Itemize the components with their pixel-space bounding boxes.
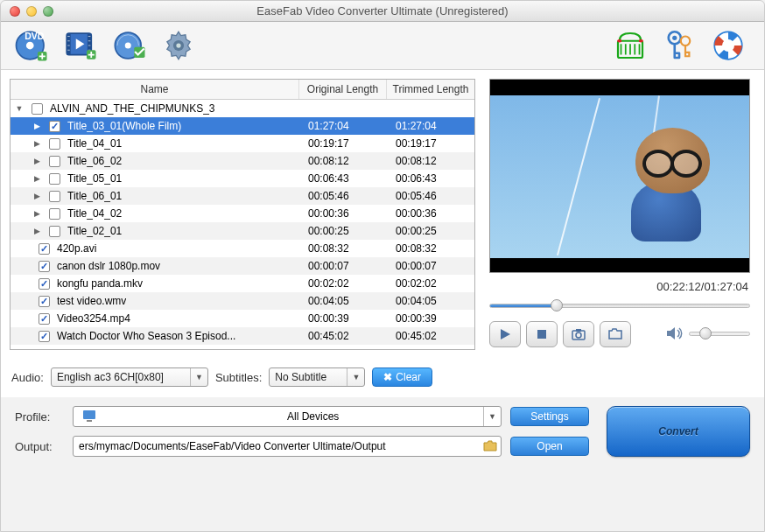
browse-folder-button[interactable] <box>480 440 501 452</box>
table-row[interactable]: ▶Title_03_01(Whole Film)01:27:0401:27:04 <box>11 117 474 135</box>
volume-slider[interactable] <box>689 328 750 340</box>
row-name: Watch Doctor Who Season 3 Episod... <box>57 330 235 342</box>
disclosure-triangle-icon[interactable]: ▶ <box>32 121 42 131</box>
open-output-button[interactable]: Open <box>510 437 589 456</box>
table-row[interactable]: ▶Title_05_0100:06:4300:06:43 <box>11 170 474 187</box>
table-row[interactable]: canon dslr 1080p.mov00:00:0700:00:07 <box>11 257 474 275</box>
row-trimmed-length: 00:45:02 <box>387 330 474 342</box>
row-name: Title_03_01(Whole Film) <box>67 120 181 132</box>
help-button[interactable] <box>706 24 750 67</box>
svg-rect-28 <box>83 410 95 419</box>
device-icon <box>79 410 278 424</box>
table-row[interactable]: Watch Doctor Who Season 3 Episod...00:45… <box>11 327 474 345</box>
row-original-length: 00:45:02 <box>299 330 387 342</box>
disclosure-triangle-icon[interactable]: ▶ <box>32 156 42 166</box>
file-table: Name Original Length Trimmed Length ▼ALV… <box>10 79 475 350</box>
toolbar-settings-button[interactable] <box>157 24 200 67</box>
table-row[interactable]: ▶Title_04_0200:00:3600:00:36 <box>11 205 474 222</box>
open-snapshot-folder-button[interactable] <box>600 321 631 347</box>
row-checkbox[interactable] <box>39 331 50 342</box>
row-checkbox[interactable] <box>39 296 50 307</box>
row-original-length: 00:06:43 <box>299 172 387 185</box>
row-checkbox[interactable] <box>49 156 60 167</box>
row-checkbox[interactable] <box>39 243 50 255</box>
column-header-trimmed-length[interactable]: Trimmed Length <box>387 80 474 99</box>
row-checkbox[interactable] <box>49 191 60 202</box>
row-trimmed-length: 00:00:39 <box>387 312 474 325</box>
table-row[interactable]: test video.wmv00:04:0500:04:05 <box>11 292 474 310</box>
disclosure-triangle-icon[interactable]: ▶ <box>32 226 42 236</box>
add-dvd-button[interactable]: DVD <box>10 24 53 67</box>
play-button[interactable] <box>489 321 521 347</box>
svg-text:DVD: DVD <box>25 31 45 41</box>
row-trimmed-length: 00:06:43 <box>387 172 474 185</box>
svg-point-21 <box>724 41 733 51</box>
disclosure-triangle-icon[interactable]: ▶ <box>32 173 42 184</box>
row-checkbox[interactable] <box>39 278 50 290</box>
profile-select[interactable]: All Devices ▼ <box>73 406 502 427</box>
row-checkbox[interactable] <box>39 313 50 325</box>
window-title: EaseFab Video Converter Ultimate (Unregi… <box>1 4 764 18</box>
toolbar: DVD <box>1 22 764 70</box>
chevron-down-icon: ▼ <box>483 407 501 426</box>
table-row[interactable]: ▶Title_06_0100:05:4600:05:46 <box>11 187 474 205</box>
close-window-button[interactable] <box>10 6 20 17</box>
row-trimmed-length: 00:08:12 <box>387 155 474 167</box>
row-checkbox[interactable] <box>49 173 60 185</box>
row-original-length: 00:00:36 <box>299 207 387 220</box>
row-checkbox[interactable] <box>49 138 60 150</box>
row-checkbox[interactable] <box>49 121 60 132</box>
audio-value: English ac3 6CH[0x80] <box>52 371 190 383</box>
shop-button[interactable] <box>608 24 652 67</box>
table-row[interactable]: ▼ALVIN_AND_THE_CHIPMUNKS_3 <box>11 100 474 117</box>
row-checkbox[interactable] <box>39 261 50 272</box>
row-trimmed-length: 00:00:36 <box>387 207 474 220</box>
row-name: Title_06_01 <box>67 190 122 202</box>
output-path-field[interactable]: ers/mymac/Documents/EaseFab/Video Conver… <box>73 436 502 457</box>
snapshot-button[interactable] <box>563 321 594 347</box>
disclosure-triangle-icon[interactable]: ▶ <box>32 208 42 219</box>
chevron-down-icon: ▼ <box>190 368 207 386</box>
svg-point-16 <box>639 39 643 43</box>
playback-time: 00:22:12/01:27:04 <box>484 280 748 293</box>
stop-button[interactable] <box>526 321 558 347</box>
clear-button[interactable]: ✖ Clear <box>372 368 432 387</box>
add-bluray-button[interactable] <box>108 24 151 67</box>
svg-point-18 <box>672 36 677 40</box>
row-trimmed-length: 00:04:05 <box>387 295 474 307</box>
table-row[interactable]: kongfu panda.mkv00:02:0200:02:02 <box>11 275 474 292</box>
disclosure-triangle-icon[interactable]: ▼ <box>14 103 25 114</box>
seek-slider[interactable] <box>489 300 750 312</box>
table-row[interactable]: ▶Title_04_0100:19:1700:19:17 <box>11 135 474 152</box>
table-row[interactable]: Video3254.mp400:00:3900:00:39 <box>11 310 474 327</box>
row-checkbox[interactable] <box>32 103 43 115</box>
disclosure-triangle-icon[interactable]: ▶ <box>32 191 42 201</box>
disclosure-triangle-icon[interactable]: ▶ <box>32 138 42 149</box>
svg-point-1 <box>26 42 34 50</box>
svg-point-15 <box>617 39 621 43</box>
row-trimmed-length: 01:27:04 <box>387 120 474 132</box>
minimize-window-button[interactable] <box>26 6 37 17</box>
table-row[interactable]: ▶Title_02_0100:00:2500:00:25 <box>11 222 474 240</box>
table-row[interactable]: ▶Title_06_0200:08:1200:08:12 <box>11 152 474 170</box>
video-preview[interactable] <box>489 79 750 273</box>
row-trimmed-length: 00:00:25 <box>387 225 474 237</box>
row-original-length: 00:00:07 <box>299 260 387 272</box>
column-header-original-length[interactable]: Original Length <box>299 80 387 99</box>
convert-button[interactable]: Convert <box>607 406 750 457</box>
row-checkbox[interactable] <box>49 208 60 220</box>
row-trimmed-length: 00:05:46 <box>387 190 474 202</box>
register-button[interactable] <box>657 24 701 67</box>
add-video-button[interactable] <box>59 24 102 67</box>
row-name: kongfu panda.mkv <box>57 277 143 290</box>
table-row[interactable]: 420p.avi00:08:3200:08:32 <box>11 240 474 257</box>
audio-select[interactable]: English ac3 6CH[0x80] ▼ <box>51 368 208 387</box>
profile-settings-button[interactable]: Settings <box>510 407 589 426</box>
row-trimmed-length: 00:19:17 <box>387 137 474 150</box>
row-name: Video3254.mp4 <box>57 312 130 325</box>
column-header-name[interactable]: Name <box>11 80 299 99</box>
row-checkbox[interactable] <box>49 226 60 237</box>
subtitles-select[interactable]: No Subtitle ▼ <box>269 368 365 387</box>
profile-label: Profile: <box>15 410 64 424</box>
zoom-window-button[interactable] <box>43 6 53 17</box>
